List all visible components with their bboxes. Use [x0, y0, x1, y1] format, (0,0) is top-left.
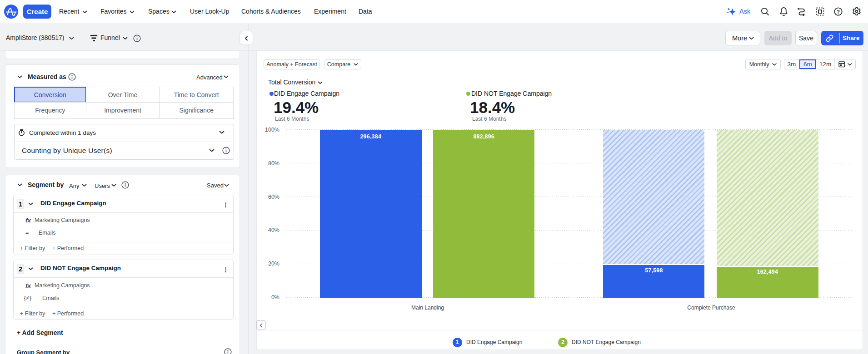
svg-text:?: ?	[837, 9, 840, 15]
